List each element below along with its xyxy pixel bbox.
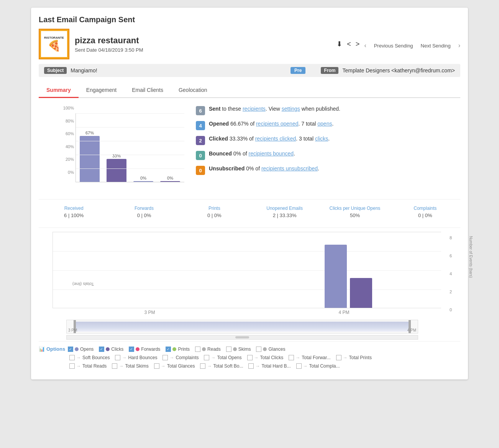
campaign-header: RISTORANTE 🍕 pizza restaurant Sent Date … <box>39 29 460 59</box>
tab-engagement[interactable]: Engagement <box>79 83 124 98</box>
settings-link[interactable]: settings <box>282 106 300 112</box>
metric-unopened: Unopened Emails 2 | 33.33% <box>250 206 320 218</box>
total-hard-b-checkbox[interactable] <box>248 363 254 369</box>
options-section: 📊 Options Opens Clicks Forwards <box>39 341 460 369</box>
legend-skims: Skims <box>226 347 251 352</box>
legend-total-clicks: → Total Clicks <box>247 355 284 360</box>
summary-content: 100% 80% 60% 40% 20% 0% <box>39 106 460 190</box>
previous-sending-btn[interactable]: Previous Sending <box>374 43 413 49</box>
subject-label: Subject <box>44 67 67 74</box>
tab-email-clients[interactable]: Email Clients <box>124 83 171 98</box>
legend-complaints: → Complaints <box>163 355 199 360</box>
clicks-checkbox[interactable] <box>99 347 104 352</box>
main-container: Last Email Campaign Sent RISTORANTE 🍕 pi… <box>31 8 468 379</box>
stat-sent: 6 Sent to these recipients. View setting… <box>196 106 460 115</box>
bar-unsubscribed <box>160 181 180 182</box>
metric-complaints: Complaints 0 | 0% <box>390 206 460 218</box>
stat-badge-opened: 4 <box>196 121 205 130</box>
next-sending-btn[interactable]: Next Sending <box>421 43 451 49</box>
total-glances-checkbox[interactable] <box>154 363 159 369</box>
recipients-unsubscribed-link[interactable]: recipients unsubscribed <box>261 165 318 172</box>
legend-total-skims: → Total Skims <box>112 363 148 369</box>
stat-badge-bounced: 0 <box>196 151 205 160</box>
share-icon[interactable]: < <box>347 40 351 48</box>
complaints-checkbox[interactable] <box>163 355 168 360</box>
campaign-thumbnail: RISTORANTE 🍕 <box>39 29 69 59</box>
x-label-3pm: 3 PM <box>144 310 155 315</box>
total-forwards-checkbox[interactable] <box>289 355 294 360</box>
tabs: Summary Engagement Email Clients Geoloca… <box>39 83 460 98</box>
minimap-area: 3 PM 4 PM <box>53 320 441 340</box>
timeline-main <box>53 232 441 308</box>
total-prints-checkbox[interactable] <box>336 355 341 360</box>
stat-badge-sent: 6 <box>196 106 205 115</box>
recipients-link[interactable]: recipients <box>243 106 266 112</box>
bar-opened <box>80 136 100 182</box>
stat-opened: 4 Opened 66.67% of recipients opened. 7 … <box>196 121 460 130</box>
scrollbar[interactable] <box>66 335 418 340</box>
prev-arrow: ‹ <box>364 42 366 49</box>
metric-received: Received 6 | 100% <box>39 206 109 218</box>
options-label[interactable]: 📊 Options <box>39 346 66 352</box>
legend-opens: Opens <box>68 347 94 352</box>
metric-prints: Prints 0 | 0% <box>179 206 250 218</box>
legend-total-hard-b: → Total Hard B... <box>248 363 291 369</box>
stats-list: 6 Sent to these recipients. View setting… <box>196 106 460 180</box>
timeline-bars <box>325 245 372 308</box>
forward-icon[interactable]: > <box>356 40 360 48</box>
total-compla-checkbox[interactable] <box>296 363 302 369</box>
from-text: Template Designers <katheryn@firedrum.co… <box>342 67 455 74</box>
glances-dot <box>263 347 267 351</box>
glances-checkbox[interactable] <box>256 347 261 352</box>
recipients-clicked-link[interactable]: recipients clicked <box>255 136 296 142</box>
forwards-checkbox[interactable] <box>129 347 134 352</box>
recipients-bounced-link[interactable]: recipients bounced <box>248 150 294 157</box>
stat-clicked: 2 Clicked 33.33% of recipients clicked. … <box>196 136 460 145</box>
opens-dot <box>75 347 79 351</box>
legend-clicks: Clicks <box>99 347 123 352</box>
legend-glances: Glances <box>256 347 285 352</box>
total-clicks-checkbox[interactable] <box>247 355 253 360</box>
campaign-name: pizza restaurant <box>75 36 143 46</box>
legend-prints: Prints <box>166 347 190 352</box>
total-soft-bo-checkbox[interactable] <box>200 363 205 369</box>
subject-text: Mangiamo! <box>71 67 287 74</box>
skims-checkbox[interactable] <box>226 347 231 352</box>
bar-bounced <box>133 181 153 182</box>
scrollbar-thumb[interactable] <box>235 336 250 338</box>
bar-group-clicked: 33% <box>107 154 126 182</box>
legend-forwards: Forwards <box>129 347 160 352</box>
legend-total-glances: → Total Glances <box>154 363 195 369</box>
bar-group-bounced: 0% <box>133 176 153 182</box>
stat-badge-unsubscribed: 0 <box>196 166 205 175</box>
soft-bounces-checkbox[interactable] <box>69 355 75 360</box>
recipients-opened-link[interactable]: recipients opened <box>256 121 299 127</box>
legend-row-3: → Total Reads → Total Skims → Total Glan… <box>39 363 460 369</box>
bar-chart: 100% 80% 60% 40% 20% 0% <box>39 106 184 190</box>
bar-chart-inner: 67% 33% 0% 0% <box>76 113 184 182</box>
timeline-bar-clicks <box>350 278 372 308</box>
x-time-labels: 3 PM 4 PM <box>53 308 441 317</box>
skims-dot <box>233 347 237 351</box>
hard-bounces-checkbox[interactable] <box>115 355 120 360</box>
bar-clicked <box>107 159 126 182</box>
total-skims-checkbox[interactable] <box>112 363 117 369</box>
opens-checkbox[interactable] <box>68 347 73 352</box>
total-opens-checkbox[interactable] <box>204 355 209 360</box>
download-icon[interactable]: ⬇ <box>336 40 342 48</box>
sent-date: Sent Date 04/18/2019 3:50 PM <box>75 47 143 53</box>
timeline-chart-container: Totals (line) 8 6 4 2 0 Number of Events… <box>39 232 460 320</box>
total-reads-checkbox[interactable] <box>69 363 75 369</box>
campaign-info: pizza restaurant Sent Date 04/18/2019 3:… <box>75 36 143 53</box>
tab-summary[interactable]: Summary <box>39 83 79 98</box>
subject-bar: Subject Mangiamo! Pre From Template Desi… <box>39 64 460 77</box>
timeline-bar-opens <box>325 245 347 308</box>
clicks-link[interactable]: clicks <box>315 136 328 142</box>
opens-link[interactable]: opens <box>317 121 332 127</box>
campaign-left: RISTORANTE 🍕 pizza restaurant Sent Date … <box>39 29 143 59</box>
prints-checkbox[interactable] <box>166 347 171 352</box>
tab-geolocation[interactable]: Geolocation <box>171 83 215 98</box>
legend-reads: Reads <box>195 347 221 352</box>
reads-checkbox[interactable] <box>195 347 200 352</box>
campaign-actions: ⬇ < > ‹ Previous Sending Next Sending › <box>336 39 460 49</box>
